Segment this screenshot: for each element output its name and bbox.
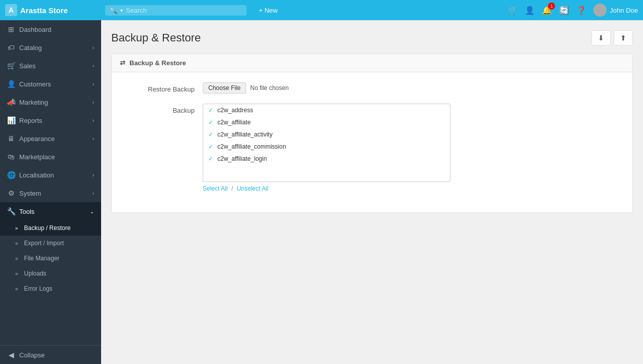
sidebar-item-label: Dashboard xyxy=(19,26,52,33)
refresh-icon[interactable]: 🔄 xyxy=(559,6,569,15)
dashboard-icon: ⊞ xyxy=(7,25,15,33)
sidebar-item-label: Customers xyxy=(19,80,51,88)
list-item[interactable]: ✓ c2w_affiliate_login xyxy=(203,153,450,165)
list-item[interactable]: ✓ c2w_affiliate xyxy=(203,116,450,128)
sidebar-item-reports[interactable]: 📊 Reports › xyxy=(0,111,101,129)
topnav-right: 🛒 👤 🔔 1 🔄 ❓ John Doe xyxy=(508,4,638,17)
item-label: c2w_affiliate xyxy=(217,119,251,126)
card-header: ⇄ Backup & Restore xyxy=(112,54,632,72)
sidebar-item-label: Sales xyxy=(19,62,36,70)
user-icon[interactable]: 👤 xyxy=(525,6,535,15)
sidebar-item-customers[interactable]: 👤 Customers › xyxy=(0,75,101,93)
cart-icon[interactable]: 🛒 xyxy=(508,6,518,15)
backup-control: ✓ c2w_address ✓ c2w_affiliate ✓ c2w_affi… xyxy=(203,104,622,192)
sidebar-item-label: Appearance xyxy=(19,135,55,143)
sidebar-item-label: Marketplace xyxy=(19,153,55,161)
sidebar-subitem-export-import[interactable]: » Export / Import xyxy=(0,236,101,251)
chevron-right-icon: › xyxy=(93,191,94,196)
reports-icon: 📊 xyxy=(7,116,15,124)
notification-icon[interactable]: 🔔 1 xyxy=(542,6,552,15)
check-icon: ✓ xyxy=(208,155,213,162)
search-dropdown[interactable]: ▾ xyxy=(119,8,124,13)
marketplace-icon: 🛍 xyxy=(7,153,15,161)
topnav: A Arastta Store 🔍 ▾ + New 🛒 👤 🔔 1 🔄 ❓ Jo… xyxy=(0,0,643,20)
sidebar-item-appearance[interactable]: 🖥 Appearance › xyxy=(0,129,101,148)
sidebar-item-label: System xyxy=(19,190,41,197)
download-button[interactable]: ⬇ xyxy=(591,30,611,46)
sidebar-item-system[interactable]: ⚙ System › xyxy=(0,184,101,202)
sidebar-item-localisation[interactable]: 🌐 Localisation › xyxy=(0,166,101,184)
sidebar-item-catalog[interactable]: 🏷 Catalog › xyxy=(0,38,101,57)
upload-button[interactable]: ⬆ xyxy=(614,30,633,46)
tools-icon: 🔧 xyxy=(7,207,15,215)
sidebar-item-tools[interactable]: 🔧 Tools ⌄ xyxy=(0,202,101,220)
sidebar: ⊞ Dashboard 🏷 Catalog › 🛒 Sales › 👤 Cust… xyxy=(0,20,101,364)
sales-icon: 🛒 xyxy=(7,62,15,70)
search-bar: 🔍 ▾ xyxy=(105,5,247,16)
appearance-icon: 🖥 xyxy=(7,134,15,143)
sidebar-collapse[interactable]: ◀ Collapse xyxy=(0,345,101,364)
sidebar-subitem-backup-restore[interactable]: » Backup / Restore xyxy=(0,220,101,236)
no-file-text: No file chosen xyxy=(250,84,289,92)
chevron-right-icon: › xyxy=(93,118,94,123)
select-all-link[interactable]: Select All xyxy=(203,185,227,192)
select-all-bar: Select All / Unselect All xyxy=(203,185,622,192)
search-input[interactable] xyxy=(126,7,243,14)
chevron-right-icon: › xyxy=(93,100,94,105)
item-label: c2w_affiliate_login xyxy=(217,155,267,162)
list-item[interactable]: ✓ c2w_address xyxy=(203,104,450,116)
sidebar-subitem-file-manager[interactable]: » File Manager xyxy=(0,251,101,266)
backup-group: Backup ✓ c2w_address ✓ c2w_affiliate xyxy=(122,104,622,192)
collapse-icon: ◀ xyxy=(7,351,15,359)
check-icon: ✓ xyxy=(208,119,213,126)
download-icon: ⬇ xyxy=(598,34,604,42)
chevron-right-icon: › xyxy=(93,63,94,69)
sidebar-item-dashboard[interactable]: ⊞ Dashboard xyxy=(0,20,101,38)
item-label: c2w_address xyxy=(217,107,253,114)
backup-restore-card: ⇄ Backup & Restore Restore Backup Choose… xyxy=(111,54,633,213)
brand-name: Arastta Store xyxy=(20,6,68,15)
content: Backup & Restore ⬇ ⬆ ⇄ Backup & Restore … xyxy=(101,20,643,364)
chevron-right-icon: › xyxy=(93,172,94,178)
sub-arrow-icon: » xyxy=(15,286,18,292)
search-icon[interactable]: 🔍 xyxy=(109,7,117,14)
sidebar-item-label: Tools xyxy=(19,208,34,215)
sidebar-item-label: Catalog xyxy=(19,44,42,52)
marketing-icon: 📣 xyxy=(7,98,15,106)
subitem-label: Backup / Restore xyxy=(24,224,71,232)
user-info[interactable]: John Doe xyxy=(593,4,638,17)
notification-badge: 1 xyxy=(548,3,555,10)
sidebar-item-label: Reports xyxy=(19,117,42,124)
sub-arrow-icon: » xyxy=(15,256,18,261)
sidebar-item-label: Collapse xyxy=(19,351,45,359)
sidebar-item-marketing[interactable]: 📣 Marketing › xyxy=(0,93,101,111)
main-layout: ⊞ Dashboard 🏷 Catalog › 🛒 Sales › 👤 Cust… xyxy=(0,20,643,364)
restore-backup-control: Choose File No file chosen xyxy=(203,82,622,94)
backup-label: Backup xyxy=(122,104,203,114)
choose-file-button[interactable]: Choose File xyxy=(203,82,246,94)
subitem-label: Export / Import xyxy=(24,240,64,247)
card-header-icon: ⇄ xyxy=(120,59,125,67)
card-body: Restore Backup Choose File No file chose… xyxy=(112,72,632,212)
sidebar-item-label: Localisation xyxy=(19,171,54,179)
localisation-icon: 🌐 xyxy=(7,171,15,179)
check-icon: ✓ xyxy=(208,143,213,150)
list-item[interactable]: ✓ c2w_affiliate_activity xyxy=(203,128,450,141)
page-header: Backup & Restore ⬇ ⬆ xyxy=(111,30,633,46)
unselect-all-link[interactable]: Unselect All xyxy=(237,185,268,192)
sidebar-item-sales[interactable]: 🛒 Sales › xyxy=(0,57,101,75)
avatar xyxy=(593,4,607,17)
item-label: c2w_affiliate_activity xyxy=(217,131,272,138)
sidebar-subitem-error-logs[interactable]: » Error Logs xyxy=(0,281,101,296)
divider: / xyxy=(232,185,233,192)
new-button[interactable]: + New xyxy=(255,5,282,16)
sub-arrow-icon: » xyxy=(15,241,18,246)
subitem-label: Uploads xyxy=(24,270,47,277)
sidebar-item-marketplace[interactable]: 🛍 Marketplace xyxy=(0,148,101,166)
customers-icon: 👤 xyxy=(7,80,15,88)
sidebar-subitem-uploads[interactable]: » Uploads xyxy=(0,266,101,281)
help-icon[interactable]: ❓ xyxy=(576,6,586,15)
chevron-down-icon: ⌄ xyxy=(90,209,94,214)
backup-multiselect[interactable]: ✓ c2w_address ✓ c2w_affiliate ✓ c2w_affi… xyxy=(203,104,450,182)
list-item[interactable]: ✓ c2w_affiliate_commission xyxy=(203,141,450,153)
